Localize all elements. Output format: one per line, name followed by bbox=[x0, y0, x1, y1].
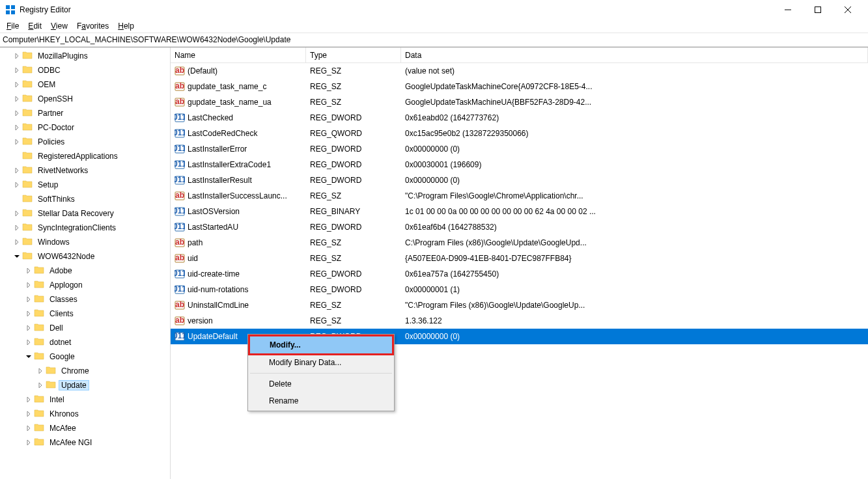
tree-item[interactable]: McAfee bbox=[0, 421, 170, 435]
tree-item[interactable]: Partner bbox=[0, 106, 170, 120]
address-bar[interactable]: Computer\HKEY_LOCAL_MACHINE\SOFTWARE\WOW… bbox=[0, 33, 868, 47]
maximize-button[interactable] bbox=[803, 0, 833, 20]
expand-icon[interactable] bbox=[23, 351, 34, 362]
tree-item[interactable]: Stellar Data Recovery bbox=[0, 206, 170, 221]
folder-icon bbox=[34, 351, 47, 363]
value-row[interactable]: abgupdate_task_name_uaREG_SZGoogleUpdate… bbox=[171, 94, 868, 110]
tree-item[interactable]: Policies bbox=[0, 135, 170, 149]
value-row[interactable]: 011uid-create-timeREG_DWORD0x61ea757a (1… bbox=[171, 266, 868, 282]
value-row[interactable]: abUninstallCmdLineREG_SZ"C:\Program File… bbox=[171, 297, 868, 313]
menu-help[interactable]: Help bbox=[114, 20, 138, 32]
value-row[interactable]: 011LastCodeRedCheckREG_QWORD0xc15ac95e0b… bbox=[171, 126, 868, 141]
expand-icon[interactable] bbox=[12, 180, 22, 190]
column-data[interactable]: Data bbox=[401, 48, 868, 62]
close-button[interactable] bbox=[833, 0, 863, 20]
expand-icon[interactable] bbox=[35, 366, 46, 376]
expand-icon[interactable] bbox=[12, 237, 22, 247]
tree-item[interactable]: Google bbox=[0, 349, 170, 364]
tree-item[interactable]: dotnet bbox=[0, 335, 170, 349]
expand-icon[interactable] bbox=[12, 122, 22, 133]
value-row[interactable]: abuidREG_SZ{A507EE0A-D909-41EB-8401-D7EC… bbox=[171, 251, 868, 266]
value-row[interactable]: abpathREG_SZC:\Program Files (x86)\Googl… bbox=[171, 235, 868, 251]
folder-icon bbox=[34, 336, 47, 349]
value-row[interactable]: abgupdate_task_name_cREG_SZGoogleUpdateT… bbox=[171, 79, 868, 94]
value-row[interactable]: 011LastInstallerResultREG_DWORD0x0000000… bbox=[171, 172, 868, 188]
tree-item[interactable]: Dell bbox=[0, 321, 170, 335]
minimize-button[interactable] bbox=[773, 0, 803, 20]
svg-text:011: 011 bbox=[175, 128, 185, 137]
tree-item[interactable]: Applogon bbox=[0, 278, 170, 292]
tree-scroll[interactable]: MozillaPluginsODBCOEMOpenSSHPartnerPC-Do… bbox=[0, 48, 170, 479]
tree-item[interactable]: RivetNetworks bbox=[0, 163, 170, 178]
tree-item[interactable]: Windows bbox=[0, 235, 170, 249]
expand-icon[interactable] bbox=[23, 294, 34, 305]
expand-icon[interactable] bbox=[12, 51, 22, 61]
tree-item[interactable]: Clients bbox=[0, 307, 170, 321]
tree-item[interactable]: OpenSSH bbox=[0, 92, 170, 106]
menu-favorites[interactable]: Favorites bbox=[73, 20, 113, 32]
tree-item[interactable]: SyncIntegrationClients bbox=[0, 221, 170, 235]
menu-file[interactable]: Filedocument.currentScript.previousEleme… bbox=[3, 20, 23, 32]
tree-item[interactable]: WOW6432Node bbox=[0, 249, 170, 264]
context-menu-rename[interactable]: Rename bbox=[249, 392, 393, 409]
svg-rect-0 bbox=[6, 5, 10, 9]
tree-item[interactable]: Update bbox=[0, 378, 170, 392]
expand-icon[interactable] bbox=[23, 266, 34, 276]
folder-icon bbox=[22, 50, 35, 62]
tree-item[interactable]: Chrome bbox=[0, 364, 170, 378]
folder-icon bbox=[22, 136, 35, 148]
tree-item[interactable]: OEM bbox=[0, 77, 170, 92]
menu-view[interactable]: View bbox=[47, 20, 72, 32]
expand-icon[interactable] bbox=[12, 108, 22, 118]
value-row[interactable]: 011LastCheckedREG_DWORD0x61eabd02 (16427… bbox=[171, 110, 868, 126]
tree-item-label: dotnet bbox=[47, 337, 74, 348]
tree-item-label: MozillaPlugins bbox=[35, 51, 91, 61]
expand-icon[interactable] bbox=[12, 208, 22, 219]
expand-icon[interactable] bbox=[23, 409, 34, 419]
tree-item[interactable]: Khronos bbox=[0, 407, 170, 421]
value-row[interactable]: 011LastOSVersionREG_BINARY1c 01 00 00 0a… bbox=[171, 204, 868, 219]
expand-icon[interactable] bbox=[12, 79, 22, 90]
tree-item[interactable]: Intel bbox=[0, 392, 170, 407]
expand-icon[interactable] bbox=[23, 280, 34, 290]
value-row[interactable]: 011LastStartedAUREG_DWORD0x61eaf6b4 (164… bbox=[171, 219, 868, 235]
value-row[interactable]: 011LastInstallerErrorREG_DWORD0x00000000… bbox=[171, 141, 868, 157]
value-type: REG_SZ bbox=[306, 316, 401, 325]
tree-item[interactable]: Adobe bbox=[0, 264, 170, 278]
context-menu-delete[interactable]: Delete bbox=[249, 376, 393, 392]
column-type[interactable]: Type bbox=[306, 48, 401, 62]
expand-icon[interactable] bbox=[23, 423, 34, 433]
value-row[interactable]: 011uid-num-rotationsREG_DWORD0x00000001 … bbox=[171, 282, 868, 297]
expand-icon[interactable] bbox=[23, 308, 34, 319]
tree-item[interactable]: ODBC bbox=[0, 63, 170, 77]
expand-icon[interactable] bbox=[12, 251, 22, 262]
expand-icon[interactable] bbox=[23, 323, 34, 333]
tree-item[interactable]: SoftThinks bbox=[0, 192, 170, 206]
context-menu-modify-binary[interactable]: Modify Binary Data... bbox=[249, 354, 393, 371]
context-menu-modify[interactable]: Modify... bbox=[248, 335, 394, 355]
expand-icon[interactable] bbox=[12, 65, 22, 75]
expand-icon[interactable] bbox=[12, 223, 22, 233]
expand-icon[interactable] bbox=[12, 94, 22, 104]
value-data: "C:\Program Files (x86)\Google\Update\Go… bbox=[401, 301, 642, 310]
value-row[interactable]: 011LastInstallerExtraCode1REG_DWORD0x000… bbox=[171, 157, 868, 172]
column-name[interactable]: Name bbox=[171, 48, 306, 62]
value-name-cell: 011LastChecked bbox=[171, 113, 306, 123]
value-row[interactable]: abversionREG_SZ1.3.36.122 bbox=[171, 313, 868, 329]
tree-item[interactable]: RegisteredApplications bbox=[0, 149, 170, 163]
tree-item[interactable]: Classes bbox=[0, 292, 170, 307]
tree-item[interactable]: MozillaPlugins bbox=[0, 49, 170, 63]
expand-icon[interactable] bbox=[23, 437, 34, 448]
value-data: GoogleUpdateTaskMachineUA{BBF52FA3-28D9-… bbox=[401, 98, 642, 107]
expand-icon[interactable] bbox=[12, 165, 22, 176]
expand-icon[interactable] bbox=[23, 337, 34, 348]
expand-icon[interactable] bbox=[12, 137, 22, 147]
tree-item[interactable]: McAfee NGI bbox=[0, 435, 170, 450]
tree-item[interactable]: PC-Doctor bbox=[0, 120, 170, 135]
menu-edit[interactable]: Edit bbox=[24, 20, 46, 32]
value-row[interactable]: abLastInstallerSuccessLaunc...REG_SZ"C:\… bbox=[171, 188, 868, 204]
value-row[interactable]: ab(Default)REG_SZ(value not set) bbox=[171, 63, 868, 79]
expand-icon[interactable] bbox=[23, 394, 34, 405]
expand-icon[interactable] bbox=[35, 380, 46, 390]
tree-item[interactable]: Setup bbox=[0, 178, 170, 192]
